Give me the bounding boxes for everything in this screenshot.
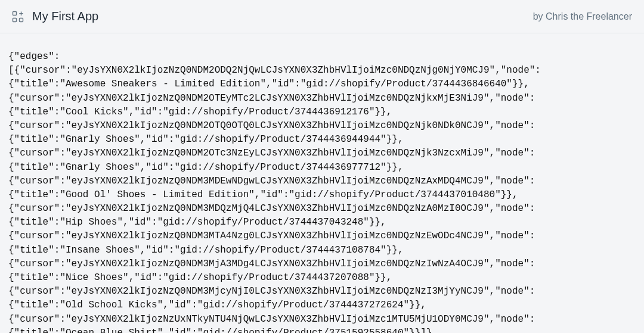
svg-rect-0 [13,11,17,15]
response-json-output: {"edges": [{"cursor":"eyJsYXN0X2lkIjozNz… [0,43,644,333]
svg-rect-1 [13,18,17,21]
apps-icon[interactable] [12,11,24,23]
app-byline: by Chris the Freelancer [533,11,632,22]
app-header: My First App by Chris the Freelancer [0,0,644,33]
header-left: My First App [12,10,98,23]
app-title: My First App [32,10,98,23]
svg-rect-2 [20,18,23,21]
